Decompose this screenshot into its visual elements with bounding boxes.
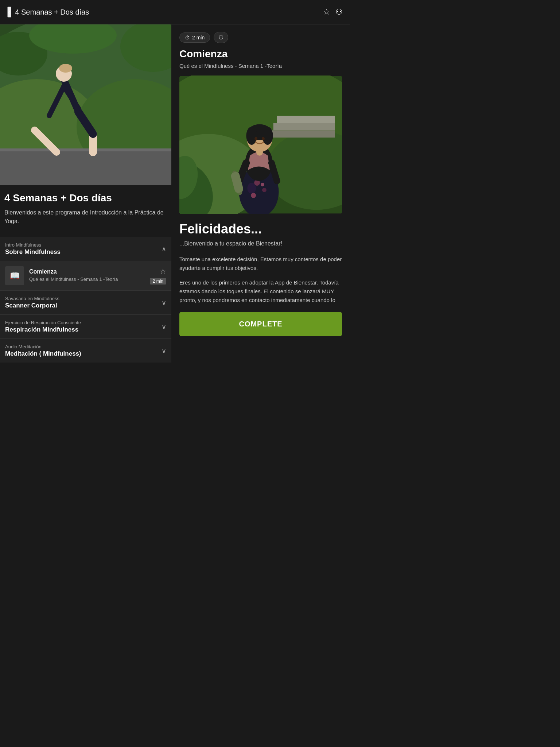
- section-title-meditacion: Meditación ( Mindfulness): [5, 350, 81, 357]
- svg-rect-5: [0, 148, 171, 151]
- section-header-scanner[interactable]: Savasana en Mindfulness Scanner Corporal…: [0, 291, 171, 314]
- lesson-bookmark-button[interactable]: ☆: [160, 267, 166, 276]
- hero-image: [0, 24, 171, 185]
- section-title-intro: Sobre Mindfulness: [5, 248, 61, 256]
- chevron-respiracion: ∨: [162, 323, 166, 331]
- left-column: 4 Semanas + Dos días Bienvenidos a este …: [0, 24, 171, 363]
- svg-point-42: [254, 137, 257, 140]
- duration-badge: ⏱ 2 min: [179, 32, 210, 43]
- lesson-comienza[interactable]: 📖 Comienza Qué es el Mindfulness - Seman…: [0, 261, 171, 290]
- section-respiracion: Ejercicio de Respiración Consciente Resp…: [0, 314, 171, 338]
- lesson-icon-book: 📖: [5, 266, 24, 285]
- section-title-respiracion: Respiración Mindfulness: [5, 326, 81, 333]
- complete-button[interactable]: COMPLETE: [179, 312, 342, 336]
- duration-text: 2 min: [192, 35, 205, 40]
- header-title: 4 Semanas + Dos días: [15, 8, 89, 16]
- section-subtitle-respiracion: Ejercicio de Respiración Consciente: [5, 320, 81, 325]
- section-subtitle-scanner: Savasana en Mindfulness: [5, 296, 59, 301]
- instructor-image: [179, 76, 342, 214]
- bookmark-button[interactable]: ☆: [323, 7, 330, 17]
- section-header-intro[interactable]: Intro Mindfulness Sobre Mindfulness ∧: [0, 237, 171, 261]
- body-text-1: Tomaste una excelente decisión, Estamos …: [179, 255, 342, 272]
- content-badges: ⏱ 2 min ⚇: [179, 32, 342, 43]
- header-left: ‹ 4 Semanas + Dos días: [7, 7, 89, 18]
- section-scanner: Savasana en Mindfulness Scanner Corporal…: [0, 290, 171, 314]
- header: ‹ 4 Semanas + Dos días ☆ ⚇: [0, 0, 350, 24]
- curriculum: Intro Mindfulness Sobre Mindfulness ∧ 📖 …: [0, 237, 171, 363]
- course-description: Bienvenidos a este programa de Introducc…: [4, 208, 167, 226]
- lesson-subtitle: Qué es el Mindfulness - Semana 1 -Teoría: [29, 276, 145, 283]
- clock-icon: ⏱: [185, 35, 190, 40]
- share-button[interactable]: ⚇: [335, 7, 343, 17]
- svg-point-30: [251, 193, 256, 198]
- svg-rect-23: [277, 116, 335, 123]
- content-subtitle: Qué es el Mindfulness - Semana 1 -Teoría: [179, 63, 342, 69]
- lesson-title: Comienza: [29, 268, 145, 275]
- section-subtitle-intro: Intro Mindfulness: [5, 242, 61, 248]
- content-title: Comienza: [179, 48, 342, 60]
- congrats-subtitle: ...Bienvenido a tu espacio de Bienestar!: [179, 240, 342, 247]
- chevron-intro: ∧: [162, 245, 166, 253]
- svg-point-16: [59, 64, 72, 73]
- right-column: ⏱ 2 min ⚇ Comienza Qué es el Mindfulness…: [171, 24, 350, 344]
- section-meditacion: Audio Meditación Meditación ( Mindfulnes…: [0, 338, 171, 363]
- svg-point-31: [261, 183, 264, 186]
- main-layout: 4 Semanas + Dos días Bienvenidos a este …: [0, 24, 350, 363]
- section-title-scanner: Scanner Corporal: [5, 302, 59, 309]
- course-info: 4 Semanas + Dos días Bienvenidos a este …: [0, 185, 171, 233]
- section-header-meditacion[interactable]: Audio Meditación Meditación ( Mindfulnes…: [0, 339, 171, 363]
- course-title: 4 Semanas + Dos días: [4, 192, 167, 204]
- body-text-2: Eres uno de los primeros en adoptar la A…: [179, 278, 342, 305]
- header-icons: ☆ ⚇: [323, 7, 343, 17]
- section-intro-mindfulness: Intro Mindfulness Sobre Mindfulness ∧ 📖 …: [0, 237, 171, 290]
- svg-rect-4: [0, 148, 171, 185]
- section-subtitle-meditacion: Audio Meditación: [5, 344, 81, 349]
- section-header-respiracion[interactable]: Ejercicio de Respiración Consciente Resp…: [0, 315, 171, 338]
- chevron-meditacion: ∨: [162, 347, 166, 355]
- svg-rect-21: [270, 130, 335, 138]
- svg-rect-22: [273, 123, 335, 131]
- back-button[interactable]: ‹: [7, 7, 11, 18]
- congrats-title: Felicidades...: [179, 221, 342, 237]
- link-badge[interactable]: ⚇: [214, 32, 228, 43]
- svg-point-29: [262, 188, 267, 192]
- lesson-duration: 2 min: [150, 278, 166, 285]
- chevron-scanner: ∨: [162, 299, 166, 307]
- svg-point-43: [262, 137, 265, 140]
